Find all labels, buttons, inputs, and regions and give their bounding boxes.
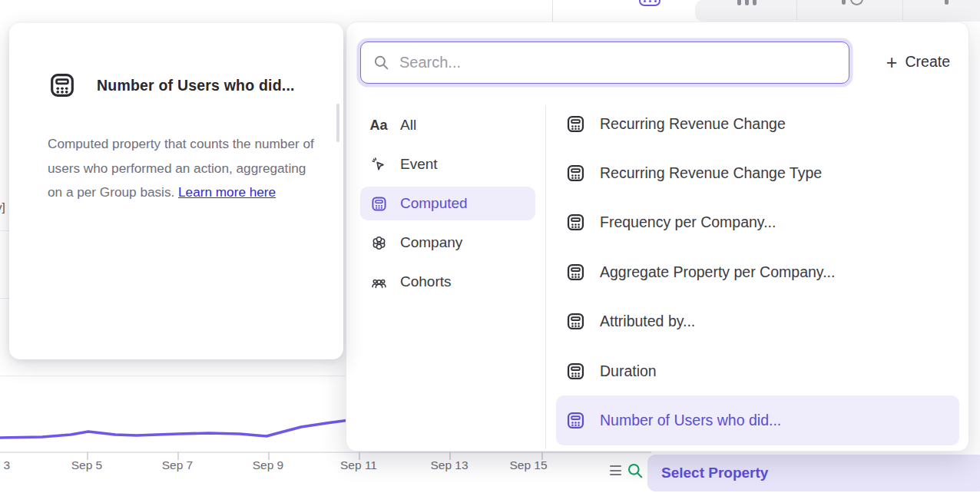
tab-flows[interactable] <box>945 0 952 7</box>
report-tab-bar <box>553 0 980 22</box>
calculator-icon <box>369 194 388 213</box>
calculator-icon <box>565 361 586 382</box>
calculator-icon <box>565 163 586 184</box>
chart-line <box>0 419 361 438</box>
company-cluster-icon <box>369 233 388 252</box>
category-company[interactable]: Company <box>360 226 535 260</box>
property-picker-dropdown: + Create Aa All Event <box>346 22 969 452</box>
background-section-divider <box>0 376 347 376</box>
flows-icon <box>945 0 949 5</box>
property-item[interactable]: Recurring Revenue Change <box>556 99 959 148</box>
calculator-icon <box>565 311 586 332</box>
tooltip-title: Number of Users who did... <box>97 77 295 94</box>
select-property-label: Select Property <box>661 465 768 481</box>
property-item[interactable]: Duration <box>556 346 959 395</box>
property-info-tooltip: Number of Users who did... Computed prop… <box>9 23 343 359</box>
tooltip-description: Computed property that counts the number… <box>48 132 324 205</box>
search-icon <box>372 54 390 71</box>
clipped-text-fragment: v] <box>0 200 5 213</box>
app-screen: v] Sep 3Sep 5Sep 7Sep 9Sep 11Sep 13Sep 1… <box>0 0 980 493</box>
axis-label: Sep 3 <box>0 458 22 472</box>
aa-text-icon: Aa <box>369 116 388 134</box>
category-event[interactable]: Event <box>360 147 535 181</box>
calculator-icon <box>48 71 77 100</box>
plus-icon: + <box>886 55 898 70</box>
background-row-divider <box>0 298 9 299</box>
property-list: Recurring Revenue Change Recurring Reven… <box>556 99 959 445</box>
select-property-button[interactable]: Select Property <box>647 455 980 491</box>
property-item[interactable]: Frequency per Company... <box>556 198 959 247</box>
cohorts-people-icon <box>369 273 388 291</box>
category-list: Aa All Event Computed <box>360 108 535 304</box>
scrollbar-thumb[interactable] <box>336 104 339 142</box>
calculator-icon <box>565 410 586 431</box>
axis-label: Sep 11 <box>332 458 386 472</box>
axis-label: Sep 15 <box>502 458 555 472</box>
axis-label: Sep 13 <box>422 458 476 472</box>
property-search-icon <box>626 462 644 480</box>
search-field-wrap <box>360 41 849 84</box>
line-chart <box>0 399 369 453</box>
tab-divider <box>902 0 903 20</box>
tab-retention[interactable] <box>842 0 866 7</box>
drag-handle-icon[interactable] <box>610 465 621 478</box>
tab-funnel[interactable] <box>737 0 760 7</box>
axis-label: Sep 5 <box>60 458 114 472</box>
tab-divider <box>796 0 797 20</box>
event-wand-icon <box>369 155 388 174</box>
learn-more-link[interactable]: Learn more here <box>178 184 276 200</box>
property-item-selected[interactable]: Number of Users who did... <box>556 395 959 445</box>
background-row-divider <box>0 230 9 231</box>
metrics-calculator-icon <box>639 0 661 6</box>
calculator-icon <box>565 262 586 283</box>
retention-icon <box>842 0 846 5</box>
axis-label: Sep 7 <box>151 458 204 472</box>
search-input[interactable] <box>360 41 849 84</box>
category-computed[interactable]: Computed <box>360 187 535 220</box>
category-all[interactable]: Aa All <box>360 108 535 142</box>
property-item[interactable]: Attributed by... <box>556 297 959 346</box>
list-divider <box>545 105 546 449</box>
property-item[interactable]: Aggregate Property per Company... <box>556 247 959 296</box>
create-button[interactable]: + Create <box>886 53 950 71</box>
calculator-icon <box>565 212 586 233</box>
category-cohorts[interactable]: Cohorts <box>360 265 535 299</box>
funnel-icon <box>737 0 741 5</box>
x-axis-line <box>0 452 651 453</box>
calculator-icon <box>565 114 586 134</box>
axis-label: Sep 9 <box>241 458 295 472</box>
property-item[interactable]: Recurring Revenue Change Type <box>556 148 959 197</box>
tab-metrics[interactable] <box>639 0 662 7</box>
